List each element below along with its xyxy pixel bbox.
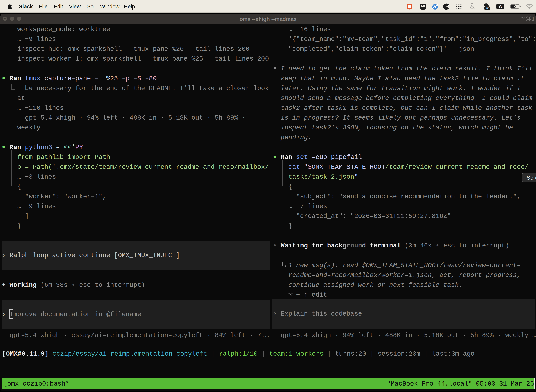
- svg-text:1: 1: [532, 16, 534, 22]
- svg-text:..61: ..61: [485, 7, 490, 10]
